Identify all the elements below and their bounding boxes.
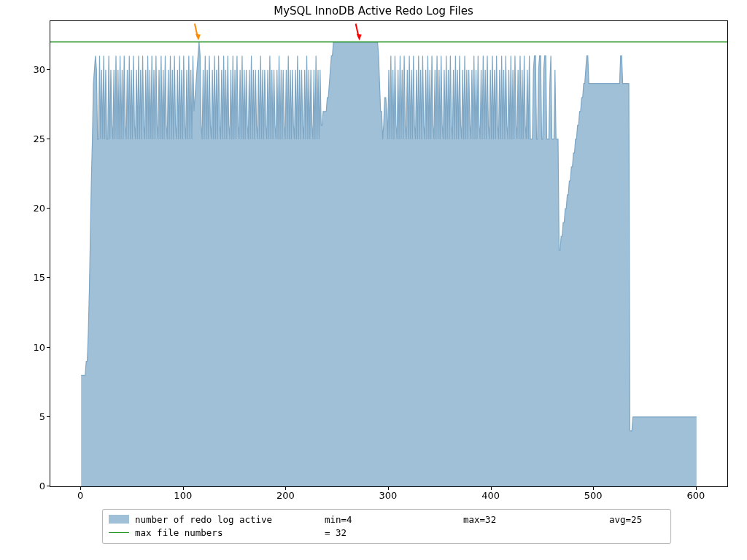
- x-tick-label: 0: [66, 490, 95, 501]
- legend-swatch-line: [109, 532, 129, 533]
- legend-min: min=4: [325, 514, 463, 525]
- y-tick-label: 15: [23, 272, 45, 283]
- y-tick-label: 25: [23, 133, 45, 144]
- x-tick-label: 300: [374, 490, 403, 501]
- legend-swatch-area: [109, 515, 129, 524]
- x-tick-label: 100: [169, 490, 198, 501]
- legend-row-maxline: max file numbers = 32: [109, 526, 665, 539]
- y-tick-label: 20: [23, 203, 45, 214]
- chart-title: MySQL InnoDB Active Redo Log Files: [0, 4, 747, 18]
- legend: number of redo log active min=4 max=32 a…: [102, 509, 671, 544]
- y-tick-label: 30: [23, 63, 45, 74]
- x-tick-label: 600: [681, 490, 711, 501]
- plot-area: [50, 20, 728, 487]
- legend-series-label: number of redo log active: [135, 514, 325, 525]
- x-tick-label: 200: [271, 490, 300, 501]
- y-tick-label: 5: [23, 411, 45, 421]
- x-tick-label: 500: [578, 490, 608, 501]
- legend-max: max=32: [463, 514, 609, 525]
- legend-maxline-label: max file numbers: [135, 527, 325, 538]
- y-tick-label: 10: [23, 341, 45, 352]
- chart-root: MySQL InnoDB Active Redo Log Files 05101…: [0, 0, 747, 560]
- x-tick-label: 400: [476, 490, 506, 501]
- legend-maxline-value: = 32: [325, 527, 347, 538]
- y-tick-label: 0: [23, 481, 45, 491]
- legend-avg: avg=25: [609, 514, 642, 525]
- plot-svg: [50, 21, 727, 486]
- legend-row-series: number of redo log active min=4 max=32 a…: [109, 513, 665, 526]
